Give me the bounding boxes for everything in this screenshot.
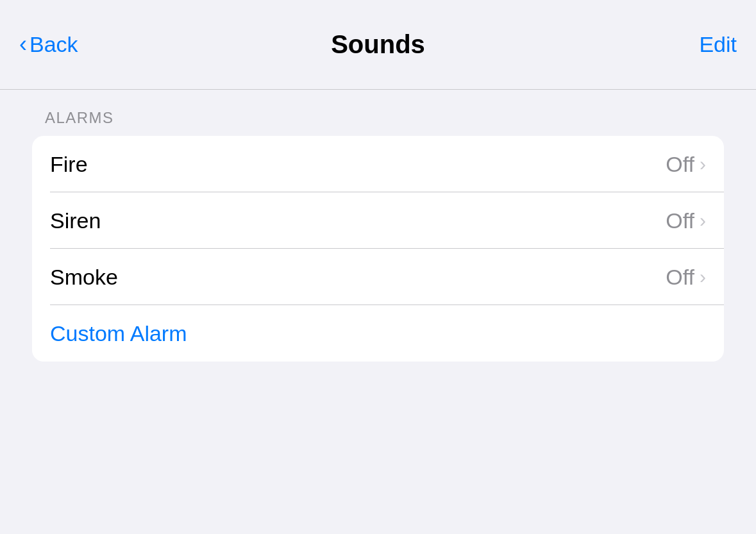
section-label-alarms: ALARMS [32,109,724,127]
edit-button[interactable]: Edit [634,32,737,57]
list-item-label-smoke: Smoke [50,265,118,290]
chevron-right-icon-fire: › [700,154,706,174]
list-item-right-fire: Off › [666,152,706,177]
list-item-right-siren: Off › [666,208,706,233]
list-item-right-smoke: Off › [666,265,706,290]
list-item-label-fire: Fire [50,152,88,177]
list-item-value-siren: Off [666,208,694,233]
list-item-fire[interactable]: Fire Off › [32,136,724,192]
page-title: Sounds [122,30,634,59]
back-button[interactable]: ‹ Back [19,32,122,57]
chevron-right-icon-smoke: › [700,267,706,287]
page: ‹ Back Sounds Edit ALARMS Fire Off › Sir… [0,0,756,381]
list-item-custom-alarm[interactable]: Custom Alarm [32,305,724,362]
list-item-smoke[interactable]: Smoke Off › [32,249,724,305]
list-item-value-smoke: Off [666,265,694,290]
list-item-label-custom-alarm: Custom Alarm [50,321,187,346]
list-item-value-fire: Off [666,152,694,177]
chevron-left-icon: ‹ [19,33,27,56]
list-item-label-siren: Siren [50,208,101,233]
list-item-siren[interactable]: Siren Off › [32,192,724,249]
content-area: ALARMS Fire Off › Siren Off › Smoke [0,90,756,381]
navigation-bar: ‹ Back Sounds Edit [0,0,756,90]
chevron-right-icon-siren: › [700,211,706,230]
back-label: Back [29,32,78,57]
alarms-list: Fire Off › Siren Off › Smoke Off › [32,136,724,362]
